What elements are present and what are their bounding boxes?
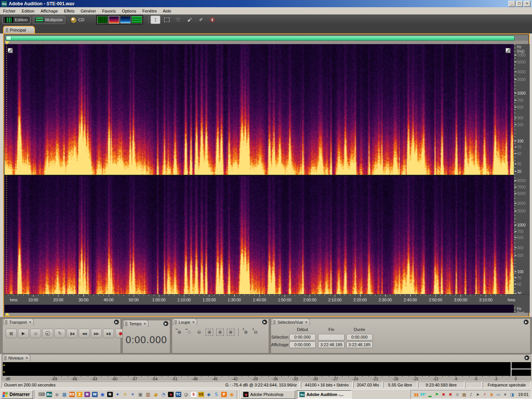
zoom-out-vertical-button[interactable]: ↕⊖ [251, 328, 261, 336]
waveform-view-button[interactable] [97, 16, 108, 24]
word-icon[interactable]: W [91, 391, 98, 398]
channel-divider[interactable] [5, 175, 514, 176]
user-icon[interactable]: ◆ [205, 391, 212, 398]
zip-icon[interactable]: Z [76, 391, 83, 398]
minimize-button[interactable]: _ [508, 1, 515, 7]
zoom-out-full-button[interactable]: ⊖ [194, 328, 204, 336]
transport-panel-tab[interactable]: Transport × [3, 318, 34, 325]
frequency-axis[interactable]: Hz (log) Hz (log) 7000500030002000100070… [515, 44, 530, 313]
blue-app-icon[interactable]: ◨ [509, 391, 515, 397]
time-selection-tool[interactable]: ⌶ [150, 16, 160, 24]
field-affichage-début[interactable]: 0:00.000 [289, 342, 316, 348]
niveaux-panel-tab[interactable]: Niveaux × [3, 354, 30, 361]
play-button[interactable]: ▶ [18, 329, 29, 338]
spectral-frequency-view-button[interactable] [109, 16, 119, 24]
healing-brush-tool[interactable]: ✐ [196, 16, 206, 24]
zoom-in-horizontal-button[interactable]: ↔⊕ [174, 328, 184, 336]
spectrogram-right-channel[interactable] [5, 176, 514, 304]
swirl-icon[interactable]: S [213, 391, 220, 398]
photoshop-launch-icon[interactable]: ◉ [167, 391, 174, 398]
niveaux-close-icon[interactable]: × [26, 356, 28, 360]
pause-button[interactable]: ▮▮ [30, 329, 41, 338]
marquee-selection-tool[interactable] [162, 16, 172, 24]
currency-icon[interactable]: $ [488, 391, 494, 397]
horizontal-scroll-zoom-bar[interactable] [6, 36, 515, 41]
transport-close-icon[interactable]: × [29, 320, 31, 324]
loop-button[interactable]: ↻ [54, 329, 65, 338]
display-icon[interactable]: ▭ [495, 391, 501, 397]
zoom-selection-left-edge-button[interactable]: ⊕ [216, 329, 224, 336]
niveaux-panel-menu-button[interactable]: ▶ [524, 355, 529, 360]
temps-panel-menu-button[interactable]: ▶ [163, 321, 168, 326]
menu-affichage[interactable]: Affichage [38, 8, 61, 14]
selection-vue-panel-tab[interactable]: Sélection/Vue × [272, 318, 310, 325]
field-sélection-fin[interactable] [318, 334, 345, 340]
spectral-display[interactable] [5, 44, 514, 313]
menu-effets[interactable]: Effets [61, 8, 78, 14]
globe2-icon[interactable]: ◔ [160, 391, 166, 398]
menu-edition[interactable]: Edition [19, 8, 38, 14]
globe-icon[interactable]: ◕ [152, 391, 159, 398]
network-offline-2-icon[interactable]: ✖ [447, 391, 453, 397]
menu-aide[interactable]: Aide [160, 8, 174, 14]
diskeeper-icon[interactable]: ⚡ [481, 391, 488, 397]
zoom-in-vertical-button[interactable]: ↕⊕ [241, 328, 251, 336]
edition-mode-button[interactable]: Edition [2, 16, 30, 24]
temps-close-icon[interactable]: × [144, 322, 146, 326]
task-adobe-audition-[interactable]: AuAdobe Audition -... [297, 390, 352, 399]
timeline-ruler[interactable]: hms hms 10:0020:0030:0040:0050:001:00:00… [5, 294, 530, 305]
temperature-indicator[interactable]: 39° [420, 391, 426, 397]
zoom-selection-right-edge-button[interactable]: ⊕ [227, 329, 234, 336]
chart-icon[interactable]: ▥ [144, 391, 151, 398]
pdf-icon[interactable]: P [220, 391, 227, 398]
cd-mode-button[interactable]: CD [68, 16, 87, 24]
playhead-bottom-marker[interactable] [5, 313, 10, 315]
spectral-phase-view-button[interactable] [120, 16, 131, 24]
transport-panel-menu-button[interactable]: ▶ [114, 320, 119, 325]
stop-button[interactable]: ■ [6, 329, 17, 338]
onenote-icon[interactable]: N [84, 391, 90, 398]
selection-vue-close-icon[interactable]: × [305, 320, 307, 324]
selection-vue-panel-menu-button[interactable]: ▶ [524, 320, 529, 325]
loupe-close-icon[interactable]: × [193, 320, 195, 324]
menu-favoris[interactable]: Favoris [99, 8, 119, 14]
task-adobe-photoshop[interactable]: ◉Adobe Photoshop [241, 390, 295, 399]
compass-icon[interactable]: ◶ [182, 391, 189, 398]
zoom-to-selection-button[interactable]: ⊕ [206, 329, 213, 336]
brush-selection-tool[interactable]: 🖌 [185, 16, 195, 24]
close-button[interactable]: × [524, 1, 530, 7]
play-from-cursor-button[interactable]: ▶ [42, 329, 53, 338]
keyboard-icon[interactable]: ⌨ [38, 391, 45, 398]
field-sélection-début[interactable]: 0:00.000 [289, 334, 316, 340]
bottom-cursor-strip[interactable] [5, 313, 528, 316]
calculator-icon[interactable]: ▦ [61, 391, 68, 398]
ultraedit-icon[interactable]: UE [198, 391, 204, 398]
go-to-start-button[interactable]: ▮◀ [66, 329, 78, 338]
tab-principal[interactable]: Principal [3, 26, 35, 33]
burst-icon[interactable]: ✳ [122, 391, 128, 398]
scrub-tool[interactable]: 🔇 [207, 16, 217, 24]
temps-panel-tab[interactable]: Temps × [124, 320, 149, 327]
pan-grabber-left-icon[interactable] [8, 48, 13, 53]
pause-indicator-icon[interactable]: ▮▮ [413, 391, 419, 397]
level-meter[interactable] [3, 362, 531, 376]
loupe-panel-tab[interactable]: Loupe × [173, 318, 197, 325]
maximize-button[interactable]: □ [516, 1, 523, 7]
notepad-icon[interactable]: N [106, 391, 113, 398]
lasso-selection-tool[interactable]: ➰ [173, 16, 183, 24]
field-affichage-durée[interactable]: 3:22:48.185 [346, 342, 373, 348]
title-bar[interactable]: Au Adobe Audition - STE-001.wav _ □ × [0, 0, 532, 7]
audio-pen-icon[interactable]: ♪ [468, 391, 474, 397]
menu-fichier[interactable]: Fichier [0, 8, 19, 14]
fast-forward-button[interactable]: ▶▶ [91, 329, 102, 338]
tc-icon[interactable]: TC [175, 391, 182, 398]
package-icon[interactable]: ▩ [461, 391, 467, 397]
playhead-top-marker[interactable] [5, 41, 10, 44]
cursor-spark-icon[interactable]: ➤ [475, 391, 481, 397]
underscore-indicator-icon[interactable]: ▂ [427, 391, 433, 397]
field-affichage-fin[interactable]: 3:22:48.185 [318, 342, 345, 348]
spectrogram-left-channel[interactable] [5, 44, 514, 175]
sbp-icon[interactable]: S [190, 391, 197, 398]
app-icon[interactable]: Au [1, 1, 7, 7]
sphere-icon[interactable]: ◉ [53, 391, 60, 398]
